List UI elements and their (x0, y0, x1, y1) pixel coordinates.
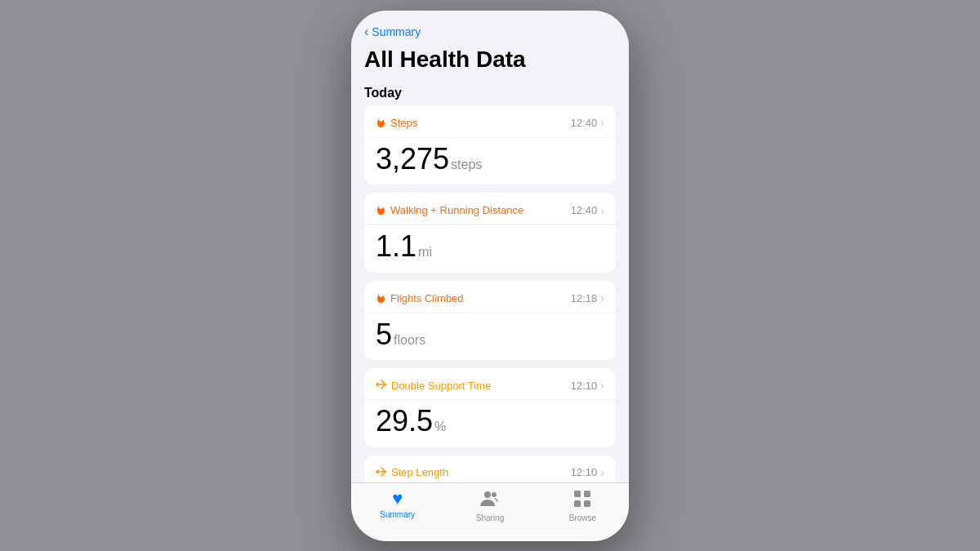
card-value-row-double-support: 29.5% (364, 400, 616, 447)
card-value-steps: 3,275steps (376, 142, 482, 176)
heart-icon: ♥ (392, 490, 403, 508)
card-chevron-step-length: › (600, 466, 604, 479)
card-value-walking-running: 1.1mi (376, 229, 432, 263)
card-title-wrap-steps: Steps (376, 115, 417, 131)
card-time-walking-running: 12:40 (571, 204, 598, 216)
tab-bar: ♥ Summary Sharing (351, 482, 629, 541)
tab-sharing-label: Sharing (476, 513, 504, 522)
card-value-flights-climbed: 5floors (376, 318, 425, 351)
tab-sharing[interactable]: Sharing (466, 490, 514, 522)
back-chevron-icon: ‹ (364, 25, 368, 38)
tab-summary[interactable]: ♥ Summary (373, 490, 422, 519)
card-meta-double-support: 12:10 › (571, 379, 604, 392)
status-bar (351, 11, 629, 22)
card-header-walking-running: Walking + Running Distance 12:40 › (364, 193, 616, 225)
svg-point-1 (492, 492, 497, 497)
nav-bar: ‹ Summary (351, 22, 629, 43)
card-meta-flights-climbed: 12:18 › (571, 291, 604, 304)
page-title: All Health Data (351, 43, 629, 79)
svg-rect-4 (574, 500, 581, 507)
tab-summary-label: Summary (380, 510, 415, 519)
card-value-row-steps: 3,275steps (364, 138, 616, 185)
card-unit-steps: steps (451, 158, 482, 171)
svg-rect-5 (584, 500, 590, 507)
card-meta-walking-running: 12:40 › (571, 204, 604, 217)
card-icon-steps (376, 115, 386, 131)
card-title-double-support: Double Support Time (391, 380, 491, 392)
card-unit-double-support: % (434, 420, 446, 433)
cards-container: Steps 12:40 › 3,275steps Walking + Runni… (351, 105, 629, 482)
card-steps[interactable]: Steps 12:40 › 3,275steps (364, 105, 616, 185)
card-double-support[interactable]: Double Support Time 12:10 › 29.5% (364, 368, 616, 447)
card-header-step-length: Step Length 12:10 › (364, 455, 616, 482)
card-meta-steps: 12:40 › (571, 116, 604, 129)
card-unit-flights-climbed: floors (394, 333, 425, 347)
card-icon-walking-running (376, 202, 386, 218)
card-time-step-length: 12:10 (571, 466, 598, 478)
card-title-walking-running: Walking + Running Distance (390, 204, 523, 216)
card-title-wrap-double-support: Double Support Time (376, 378, 491, 393)
card-icon-flights-climbed (376, 291, 386, 306)
tab-browse-label: Browse (569, 513, 596, 522)
card-header-flights-climbed: Flights Climbed 12:18 › (364, 281, 616, 313)
back-button[interactable]: ‹ Summary (364, 25, 616, 38)
screen: ‹ Summary All Health Data Today Steps 12… (351, 11, 629, 541)
svg-rect-3 (584, 491, 590, 497)
card-chevron-double-support: › (600, 379, 604, 392)
card-chevron-flights-climbed: › (600, 291, 604, 304)
card-chevron-steps: › (600, 116, 604, 129)
back-label: Summary (372, 25, 421, 38)
svg-rect-2 (574, 491, 581, 497)
card-chevron-walking-running: › (600, 204, 604, 217)
card-step-length[interactable]: Step Length 12:10 › 27.6in (364, 455, 616, 482)
card-time-steps: 12:40 (571, 117, 598, 129)
card-title-steps: Steps (390, 117, 417, 129)
card-icon-step-length (376, 465, 387, 480)
card-header-steps: Steps 12:40 › (364, 105, 616, 138)
card-icon-double-support (376, 378, 387, 393)
card-time-flights-climbed: 12:18 (571, 292, 598, 304)
card-title-step-length: Step Length (391, 466, 448, 478)
card-unit-walking-running: mi (418, 245, 432, 259)
card-title-wrap-flights-climbed: Flights Climbed (376, 291, 464, 306)
card-header-double-support: Double Support Time 12:10 › (364, 368, 616, 400)
card-value-row-flights-climbed: 5floors (364, 313, 616, 361)
card-time-double-support: 12:10 (571, 380, 598, 392)
card-walking-running[interactable]: Walking + Running Distance 12:40 › 1.1mi (364, 193, 616, 273)
tab-browse[interactable]: Browse (558, 490, 607, 522)
grid-icon (573, 490, 591, 511)
card-value-double-support: 29.5% (376, 404, 446, 438)
card-meta-step-length: 12:10 › (571, 466, 604, 479)
content-area: All Health Data Today Steps 12:40 › 3,27… (351, 43, 629, 482)
card-title-wrap-walking-running: Walking + Running Distance (376, 202, 523, 218)
phone-frame: ‹ Summary All Health Data Today Steps 12… (351, 11, 629, 541)
card-title-wrap-step-length: Step Length (376, 465, 448, 480)
people-icon (480, 490, 500, 511)
card-flights-climbed[interactable]: Flights Climbed 12:18 › 5floors (364, 281, 616, 361)
svg-point-0 (484, 491, 491, 498)
card-title-flights-climbed: Flights Climbed (390, 292, 464, 304)
section-header: Today (351, 79, 629, 105)
card-value-row-walking-running: 1.1mi (364, 225, 616, 273)
